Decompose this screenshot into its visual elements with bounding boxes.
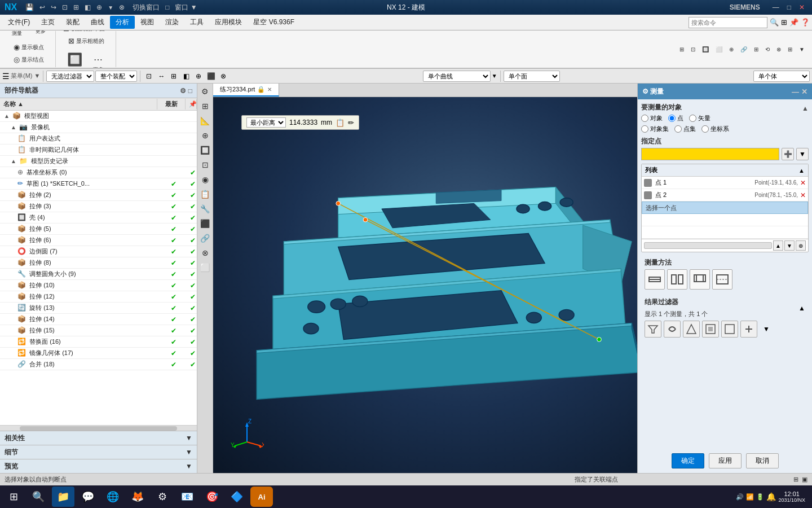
tree-item-blend7[interactable]: ⭕ 边倒圆 (7) ✔ ✔ — [0, 246, 197, 257]
distance-icon-2[interactable]: ✏ — [348, 119, 354, 127]
right-tb-btn-8[interactable]: ⟲ — [762, 45, 773, 54]
tb2-icon-5[interactable]: ⊕ — [193, 71, 204, 82]
left-icon-11[interactable]: ⊗ — [198, 246, 212, 260]
tree-item-extrude10[interactable]: 📦 拉伸 (10) ✔ ✔ — [0, 280, 197, 291]
right-tb-btn-4[interactable]: ⬜ — [713, 45, 725, 54]
right-tb-btn-7[interactable]: ⊞ — [751, 45, 761, 54]
start-button[interactable]: ⊞ — [2, 487, 25, 507]
tb2-icon-3[interactable]: ⊞ — [168, 71, 179, 82]
panel-minimize-icon[interactable]: — — [792, 87, 799, 96]
reflect-button[interactable]: 🔲 反射 — [63, 49, 86, 69]
radio-coord-input[interactable] — [701, 125, 709, 133]
tree-item-extrude6[interactable]: 📦 拉伸 (6) ✔ ✔ — [0, 235, 197, 246]
right-tb-btn-10[interactable]: ⊞ — [785, 45, 795, 54]
switch-window[interactable]: 切换窗口 — [131, 2, 161, 13]
filter-collapse-icon[interactable]: ▲ — [798, 304, 805, 312]
expand-icon-history[interactable]: ▲ — [11, 158, 16, 164]
measure-button[interactable]: 📐 测量 — [6, 30, 28, 40]
panel-close-icon[interactable]: ✕ — [801, 87, 807, 96]
search-icon[interactable]: 🔍 — [770, 18, 779, 27]
menu-render[interactable]: 渲染 — [160, 16, 184, 29]
list-collapse-icon[interactable]: ▲ — [798, 167, 805, 174]
taskbar-file-explorer[interactable]: 📁 — [52, 487, 74, 507]
right-tb-btn-9[interactable]: ⊗ — [774, 45, 784, 54]
radio-objectset-input[interactable] — [641, 125, 648, 133]
show-roughness-button[interactable]: ⊠ 显示粗糙的 — [65, 35, 107, 47]
filter-more-btn[interactable]: ▼ — [760, 321, 773, 338]
tb-dropdown[interactable]: ▼ — [106, 4, 115, 11]
body-type-dropdown[interactable]: 单个面 — [504, 71, 560, 82]
undo-icon[interactable]: ↩ — [38, 3, 47, 12]
sidebar-horizontal-scrollbar[interactable] — [0, 425, 197, 431]
left-icon-12[interactable]: ⬜ — [198, 261, 212, 274]
selection-filter-dropdown[interactable]: 无选过滤器 — [46, 71, 94, 82]
menu-tools[interactable]: 工具 — [184, 16, 209, 29]
save-icon[interactable]: 💾 — [24, 3, 36, 12]
method-btn-1[interactable] — [645, 269, 665, 290]
method-btn-3[interactable] — [690, 269, 710, 290]
tray-icon-2[interactable]: 📶 — [746, 493, 754, 501]
left-icon-settings[interactable]: ⚙ — [198, 85, 212, 98]
filter-btn-5[interactable] — [721, 321, 738, 338]
assembly-filter-dropdown[interactable]: 整个装配 — [95, 71, 137, 82]
tree-item-datum[interactable]: ⊕ 基准坐标系 (0) ✔ — [0, 167, 197, 178]
viewport-tab-main[interactable]: 练习2334.prt 🔒 ✕ — [213, 84, 279, 97]
expand-icon-camera[interactable]: ▲ — [11, 124, 16, 130]
status-icon-1[interactable]: ⊞ — [793, 476, 798, 483]
tb2-icon-4[interactable]: ◧ — [180, 71, 192, 82]
tb-icon6[interactable]: □ — [164, 3, 171, 12]
menu-curve[interactable]: 曲线 — [85, 16, 110, 29]
left-icon-2[interactable]: 📐 — [198, 114, 212, 128]
specify-point-input[interactable] — [641, 148, 779, 160]
tree-item-revolve13[interactable]: 🔄 旋转 (13) ✔ ✔ — [0, 303, 197, 314]
radio-point[interactable]: 点 — [668, 114, 683, 122]
related-header[interactable]: 相关性 ▼ — [0, 431, 197, 445]
sidebar-expand-icon[interactable]: □ — [188, 87, 192, 95]
close-button[interactable]: ✕ — [796, 3, 807, 12]
point1-delete[interactable]: ✕ — [800, 179, 806, 187]
menu-home[interactable]: 主页 — [36, 16, 60, 29]
point2-delete[interactable]: ✕ — [800, 191, 806, 199]
tb2-icon-6[interactable]: ⬛ — [205, 71, 217, 82]
radio-vector[interactable]: 矢量 — [689, 114, 710, 122]
show-nodes-button[interactable]: ◎ 显示结点 — [11, 54, 47, 65]
confirm-button[interactable]: 确定 — [672, 453, 704, 468]
tb-icon4[interactable]: ⊕ — [95, 3, 104, 12]
menu-file[interactable]: 文件(F) — [2, 16, 36, 29]
redo-icon[interactable]: ↪ — [49, 3, 58, 12]
menu-app-module[interactable]: 应用模块 — [209, 16, 248, 29]
tree-item-shell4[interactable]: 🔲 壳 (4) ✔ ✔ — [0, 212, 197, 224]
left-icon-8[interactable]: 🔧 — [198, 202, 212, 216]
menu-assembly[interactable]: 装配 — [60, 16, 85, 29]
expand-icon[interactable]: ▲ — [4, 113, 10, 119]
sidebar-settings-icon[interactable]: ⚙ — [180, 87, 186, 95]
tb-icon5[interactable]: ⊗ — [117, 3, 126, 12]
tb-icon2[interactable]: ⊞ — [72, 3, 81, 12]
tb2-icon-1[interactable]: ⊡ — [143, 71, 155, 82]
left-icon-1[interactable]: ⊞ — [198, 99, 212, 113]
tree-item-replaceface16[interactable]: 🔁 替换面 (16) ✔ ✔ — [0, 336, 197, 348]
tree-item-extrude2[interactable]: 📦 拉伸 (2) ✔ ✔ — [0, 190, 197, 201]
radio-object-input[interactable] — [641, 115, 648, 122]
tray-icon-1[interactable]: 🔊 — [736, 493, 744, 501]
tree-item-extrude3[interactable]: 📦 拉伸 (3) ✔ ✔ — [0, 201, 197, 212]
show-poles-button[interactable]: ◉ 显示极点 — [11, 41, 47, 53]
list-down-button[interactable]: ▼ — [784, 240, 795, 251]
distance-icon-1[interactable]: 📋 — [336, 119, 345, 127]
3d-model-canvas[interactable]: 最小距离 114.3333 mm 📋 ✏ — [213, 97, 637, 473]
list-item-point2[interactable]: 点 2 Point(78.1, -15.0, ✕ — [642, 189, 808, 202]
right-tb-btn-2[interactable]: ⊡ — [688, 45, 698, 54]
body-filter-dropdown[interactable]: 单个体 — [753, 71, 810, 82]
tree-item-history[interactable]: ▲ 📁 模型历史记录 — [0, 156, 197, 167]
cancel-button[interactable]: 取消 — [746, 453, 779, 468]
viewport-tab-close[interactable]: ✕ — [267, 86, 272, 93]
taskbar-firefox[interactable]: 🦊 — [126, 487, 149, 507]
menu-icon[interactable]: ☰ — [2, 72, 10, 81]
point-options-icon[interactable]: ▼ — [796, 148, 809, 160]
list-scrollbar[interactable] — [644, 242, 772, 249]
radio-objectset[interactable]: 对象集 — [641, 125, 669, 133]
radio-object[interactable]: 对象 — [641, 114, 663, 122]
tree-item-extrude14[interactable]: 📦 拉伸 (14) ✔ ✔ — [0, 314, 197, 325]
tree-item-mirrorgeo17[interactable]: 🔁 镜像几何体 (17) ✔ ✔ — [0, 348, 197, 359]
taskbar-app-4[interactable]: 🔷 — [226, 487, 248, 507]
